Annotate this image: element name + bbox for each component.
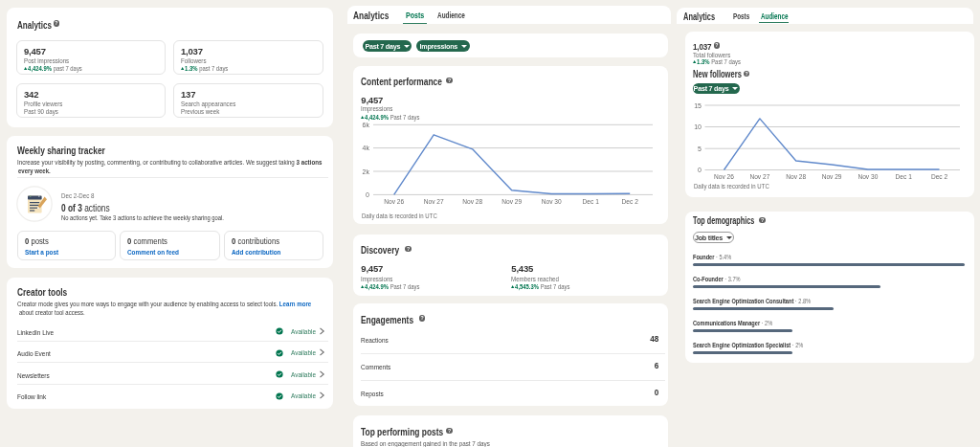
svg-text:Dec 1: Dec 1: [583, 198, 600, 205]
svg-text:Nov 29: Nov 29: [502, 198, 523, 205]
svg-text:Nov 28: Nov 28: [786, 173, 806, 180]
svg-text:Nov 29: Nov 29: [821, 173, 841, 180]
svg-text:2k: 2k: [363, 168, 370, 175]
svg-text:Dec 2: Dec 2: [930, 173, 947, 180]
svg-text:5: 5: [698, 145, 702, 152]
svg-text:Dec 2: Dec 2: [622, 198, 639, 205]
svg-text:Nov 30: Nov 30: [542, 198, 562, 205]
svg-text:Nov 26: Nov 26: [385, 198, 405, 205]
svg-text:0: 0: [698, 168, 702, 174]
svg-text:0: 0: [366, 191, 369, 198]
svg-text:Dec 1: Dec 1: [895, 173, 912, 180]
svg-text:10: 10: [694, 124, 702, 131]
svg-text:4k: 4k: [363, 145, 370, 151]
svg-text:Nov 27: Nov 27: [749, 173, 769, 180]
svg-text:Nov 27: Nov 27: [424, 198, 444, 205]
svg-text:6k: 6k: [363, 122, 370, 128]
svg-text:Nov 30: Nov 30: [858, 173, 878, 180]
svg-text:Nov 28: Nov 28: [463, 198, 483, 205]
svg-text:Nov 26: Nov 26: [714, 173, 734, 180]
svg-text:15: 15: [694, 102, 702, 109]
